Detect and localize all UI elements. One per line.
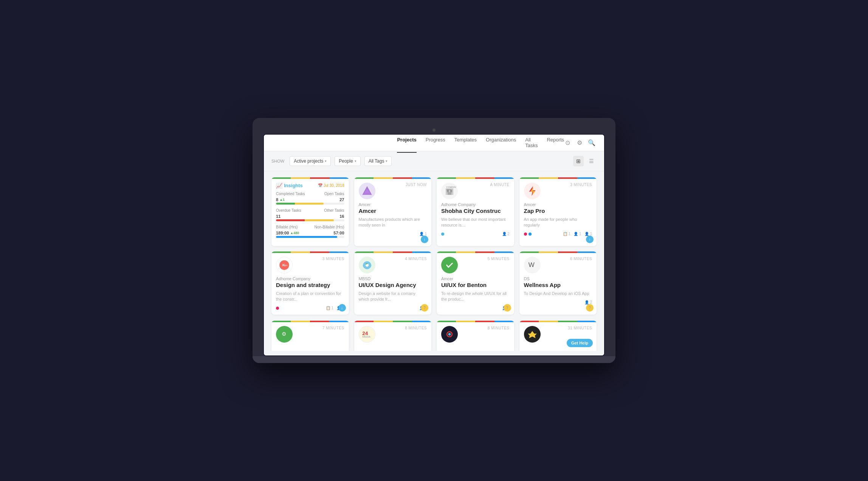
project-dots — [276, 307, 279, 310]
partial-time-1: 8 MINUTES — [405, 326, 427, 330]
project-time: 6 MINUTES — [570, 257, 592, 261]
nav-templates[interactable]: Templates — [454, 134, 477, 153]
project-org: Adhome Company — [441, 202, 510, 207]
insights-header: 📈 Insights 📅 Jul 30, 2018 — [271, 179, 349, 192]
svg-text:W: W — [528, 261, 534, 268]
partial-card-3[interactable]: 31 MINUTES Get Help — [519, 321, 597, 351]
project-time: 3 MINUTES — [322, 257, 344, 261]
partial-card-0[interactable]: ⚙ 7 MINUTES — [271, 321, 349, 351]
nav-reports[interactable]: Reports — [547, 134, 564, 153]
project-card-zappro[interactable]: 3 MINUTES Amcer Zap Pro An app made for … — [519, 177, 597, 246]
project-desc: Design a website for a comany which prov… — [359, 291, 427, 303]
project-desc: We believe that our most important resou… — [441, 217, 510, 228]
project-time: A MINUTE — [490, 183, 509, 187]
project-time: 3 MINUTES — [570, 183, 592, 187]
chevron-down-icon: ▾ — [386, 159, 388, 163]
project-card-amcer[interactable]: JUST NOW Amcer Amcer Manufactures produc… — [354, 177, 432, 246]
project-title: Wellness App — [524, 282, 592, 289]
get-help-button[interactable]: Get Help — [567, 339, 593, 347]
project-logo-benton — [441, 257, 458, 273]
partial-time-0: 7 MINUTES — [322, 326, 344, 330]
project-badge: ↓ — [421, 236, 428, 243]
nav-organizations[interactable]: Organizations — [486, 134, 516, 153]
project-card-benton[interactable]: 5 MINUTES Amcer UI/UX for Benton To re-d… — [437, 251, 514, 315]
list-view-toggle[interactable]: ☰ — [586, 156, 597, 166]
project-dots — [524, 233, 532, 236]
search-icon[interactable]: 🔍 — [588, 139, 595, 146]
people-filter[interactable]: People ▾ — [335, 156, 360, 166]
svg-point-12 — [445, 260, 454, 270]
nav-projects[interactable]: Projects — [397, 134, 416, 153]
project-badge: ↓ — [586, 236, 594, 243]
svg-point-20 — [448, 333, 451, 336]
project-card-uiux-agency[interactable]: 4 MINUTES MBSD UI/UX Design Agency Desig… — [354, 251, 432, 315]
gear-icon[interactable]: ⚙ — [576, 139, 583, 146]
svg-text:SH: SH — [284, 264, 287, 267]
partial-row: ⚙ 7 MINUTES 24 — [264, 321, 604, 351]
svg-text:MEDIA: MEDIA — [362, 335, 370, 338]
target-icon[interactable]: ⊙ — [564, 139, 571, 146]
project-org: Amcer — [524, 202, 592, 207]
project-desc: To re-design the whole UI/UX for all the… — [441, 291, 510, 303]
project-desc: Manufactures products which are mostly s… — [359, 217, 427, 228]
insights-date: 📅 Jul 30, 2018 — [318, 183, 344, 188]
partial-time-2: 8 MINUTES — [488, 326, 510, 330]
insights-card[interactable]: 📈 Insights 📅 Jul 30, 2018 Completed Task… — [271, 177, 349, 246]
project-meta: 📋 1 👤 1 👤 1 — [563, 232, 592, 236]
partial-logo-2 — [441, 326, 458, 343]
project-logo-wellness: W — [524, 257, 541, 273]
project-logo-zappro — [524, 183, 541, 199]
partial-logo-0: ⚙ — [276, 326, 293, 343]
project-dots — [441, 233, 444, 236]
project-meta: 👤 2 — [584, 300, 592, 304]
nav-alltasks[interactable]: All Tasks — [525, 134, 538, 153]
project-org: Amcer — [441, 276, 510, 281]
project-title: Zap Pro — [524, 208, 592, 214]
project-title: Shobha City Construc — [441, 208, 510, 214]
project-card-design-strategy[interactable]: K SH 3 MINUTES Adhome Company Design and… — [271, 251, 349, 315]
project-title: UI/UX Design Agency — [359, 282, 427, 289]
project-badge: ? — [586, 304, 594, 312]
partial-logo-3 — [524, 326, 541, 343]
grid-view-toggle[interactable]: ⊞ — [573, 156, 584, 166]
project-org: Adhome Company — [276, 276, 344, 281]
partial-logo-1: 24 MEDIA — [359, 326, 375, 343]
svg-rect-5 — [448, 192, 451, 195]
project-org: Amcer — [359, 202, 427, 207]
project-logo-design: K SH — [276, 257, 293, 273]
svg-text:NAME: NAME — [446, 189, 451, 191]
insights-body: Completed Tasks Open Tasks 8 ▲1 27 — [271, 192, 349, 246]
project-logo-amcer — [359, 183, 375, 199]
nav-bar: Projects Progress Templates Organization… — [264, 135, 604, 151]
filter-bar: SHOW Active projects ▾ People ▾ All Tags… — [264, 151, 604, 171]
project-card-wellness[interactable]: W 6 MINUTES DS Wellness App To Design An… — [519, 251, 597, 315]
project-card-shobha[interactable]: COMPANY NAME A MINUTE Adhome Company Sho… — [437, 177, 514, 246]
insights-title: 📈 Insights — [276, 183, 303, 189]
show-label: SHOW — [271, 159, 284, 163]
project-meta: 👤 2 — [502, 232, 510, 236]
nav-links: Projects Progress Templates Organization… — [397, 134, 564, 153]
project-badge: ? — [504, 304, 511, 312]
project-org: MBSD — [359, 276, 427, 281]
project-title: Design and strategy — [276, 282, 344, 289]
tags-filter[interactable]: All Tags ▾ — [364, 156, 392, 166]
partial-card-1[interactable]: 24 MEDIA 8 MINUTES — [354, 321, 432, 351]
project-time: 5 MINUTES — [488, 257, 510, 261]
project-badge: ↓ — [338, 304, 346, 312]
view-toggles: ⊞ ☰ — [573, 156, 597, 166]
nav-icons: ⊙ ⚙ 🔍 — [564, 139, 595, 146]
project-logo-mbsd — [359, 257, 375, 273]
project-title: Amcer — [359, 208, 427, 214]
projects-grid: 📈 Insights 📅 Jul 30, 2018 Completed Task… — [264, 171, 604, 321]
project-time: JUST NOW — [406, 183, 427, 187]
project-desc: To Design And Develop an iOS App — [524, 291, 592, 296]
partial-card-2[interactable]: 8 MINUTES — [437, 321, 514, 351]
active-projects-filter[interactable]: Active projects ▾ — [290, 156, 331, 166]
project-desc: Creation of a plan or convention for the… — [276, 291, 344, 303]
project-title: UI/UX for Benton — [441, 282, 510, 289]
svg-text:COMPANY: COMPANY — [446, 186, 456, 188]
project-org: DS — [524, 276, 592, 281]
project-time: 4 MINUTES — [405, 257, 427, 261]
project-logo-shobha: COMPANY NAME — [441, 183, 458, 199]
nav-progress[interactable]: Progress — [426, 134, 445, 153]
